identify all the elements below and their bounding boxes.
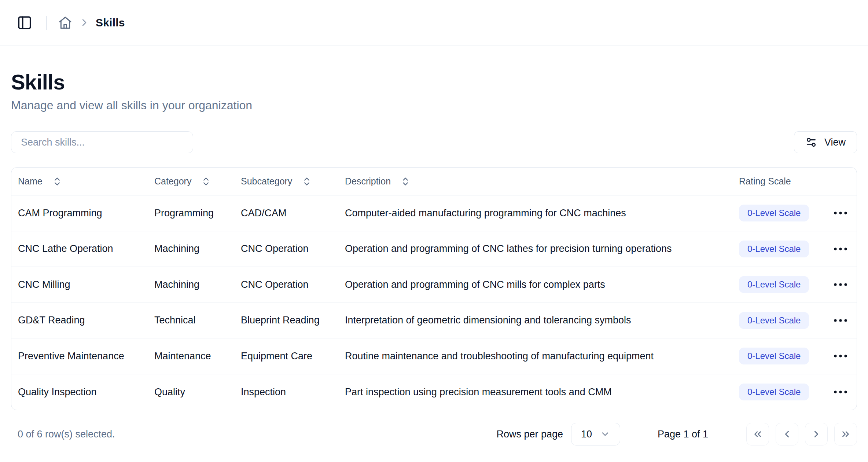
- view-button[interactable]: View: [794, 131, 857, 153]
- toolbar: View: [11, 131, 857, 153]
- cell-rating-scale: 0-Level Scale: [732, 348, 824, 364]
- table-row[interactable]: Quality Inspection Quality Inspection Pa…: [11, 374, 857, 410]
- cell-name: CAM Programming: [11, 208, 148, 219]
- cell-actions: [824, 313, 857, 328]
- page-subtitle: Manage and view all skills in your organ…: [11, 99, 857, 112]
- chevron-right-icon: [811, 429, 822, 440]
- pagination-controls: Rows per page 10 Page 1 of 1: [496, 423, 857, 445]
- column-header-category[interactable]: Category: [148, 176, 234, 187]
- cell-actions: [824, 205, 857, 221]
- search-input[interactable]: [11, 131, 193, 153]
- cell-name: CNC Lathe Operation: [11, 243, 148, 254]
- rating-scale-badge: 0-Level Scale: [739, 348, 809, 364]
- column-header-label: Category: [154, 176, 191, 187]
- page-status: Page 1 of 1: [655, 429, 710, 440]
- cell-subcategory: Inspection: [234, 386, 338, 398]
- page-title: Skills: [11, 70, 857, 94]
- home-icon: [58, 15, 73, 30]
- chevrons-up-down-icon: [52, 176, 62, 187]
- ellipsis-icon: [833, 353, 848, 359]
- next-page-button[interactable]: [805, 423, 828, 445]
- breadcrumb-home-link[interactable]: [58, 15, 73, 30]
- row-actions-button[interactable]: [828, 384, 853, 400]
- cell-rating-scale: 0-Level Scale: [732, 241, 824, 257]
- table-row[interactable]: GD&T Reading Technical Blueprint Reading…: [11, 303, 857, 339]
- cell-subcategory: CAD/CAM: [234, 208, 338, 219]
- rating-scale-badge: 0-Level Scale: [739, 205, 809, 221]
- sidebar-toggle-button[interactable]: [14, 12, 35, 33]
- topbar-divider: [46, 16, 47, 30]
- pager: [746, 423, 857, 445]
- table-row[interactable]: CNC Milling Machining CNC Operation Oper…: [11, 267, 857, 303]
- cell-name: Preventive Maintenance: [11, 351, 148, 362]
- row-actions-button[interactable]: [828, 348, 853, 364]
- cell-category: Technical: [148, 315, 234, 326]
- previous-page-button[interactable]: [776, 423, 798, 445]
- cell-description: Computer-aided manufacturing programming…: [338, 208, 732, 219]
- first-page-button[interactable]: [746, 423, 769, 445]
- row-actions-button[interactable]: [828, 313, 853, 328]
- table-footer: 0 of 6 row(s) selected. Rows per page 10…: [11, 423, 857, 445]
- column-header-rating-scale: Rating Scale: [732, 176, 824, 187]
- chevrons-up-down-icon: [302, 176, 312, 187]
- cell-subcategory: CNC Operation: [234, 243, 338, 254]
- cell-category: Quality: [148, 386, 234, 398]
- breadcrumb-current: Skills: [96, 16, 125, 29]
- table-row[interactable]: CNC Lathe Operation Machining CNC Operat…: [11, 231, 857, 267]
- rows-per-page-label: Rows per page: [496, 429, 563, 440]
- cell-description: Part inspection using precision measurem…: [338, 386, 732, 398]
- row-actions-button[interactable]: [828, 277, 853, 292]
- cell-category: Machining: [148, 243, 234, 254]
- sliders-icon: [805, 136, 817, 148]
- ellipsis-icon: [833, 282, 848, 287]
- cell-rating-scale: 0-Level Scale: [732, 276, 824, 293]
- rating-scale-badge: 0-Level Scale: [739, 312, 809, 329]
- breadcrumb: Skills: [58, 15, 125, 30]
- ellipsis-icon: [833, 389, 848, 395]
- ellipsis-icon: [833, 210, 848, 216]
- cell-category: Maintenance: [148, 351, 234, 362]
- cell-category: Programming: [148, 208, 234, 219]
- cell-description: Operation and programming of CNC lathes …: [338, 243, 732, 254]
- column-header-description[interactable]: Description: [338, 176, 732, 187]
- column-header-label: Name: [18, 176, 43, 187]
- cell-category: Machining: [148, 279, 234, 290]
- cell-rating-scale: 0-Level Scale: [732, 384, 824, 400]
- chevron-left-icon: [781, 429, 792, 440]
- table-header-row: Name Category Subcategory Description Ra…: [11, 168, 857, 195]
- chevrons-right-icon: [840, 429, 851, 440]
- rating-scale-badge: 0-Level Scale: [739, 241, 809, 257]
- cell-subcategory: Equipment Care: [234, 351, 338, 362]
- chevrons-up-down-icon: [400, 176, 411, 187]
- panel-left-icon: [17, 15, 32, 30]
- column-header-label: Rating Scale: [739, 176, 791, 187]
- column-header-name[interactable]: Name: [11, 176, 148, 187]
- rating-scale-badge: 0-Level Scale: [739, 384, 809, 400]
- cell-description: Interpretation of geometric dimensioning…: [338, 315, 732, 326]
- cell-actions: [824, 384, 857, 400]
- cell-rating-scale: 0-Level Scale: [732, 205, 824, 221]
- selection-status: 0 of 6 row(s) selected.: [11, 429, 115, 440]
- cell-subcategory: CNC Operation: [234, 279, 338, 290]
- chevron-down-icon: [600, 429, 610, 439]
- topbar: Skills: [0, 0, 868, 45]
- view-button-label: View: [824, 137, 846, 148]
- skills-table: Name Category Subcategory Description Ra…: [11, 167, 857, 410]
- table-row[interactable]: CAM Programming Programming CAD/CAM Comp…: [11, 195, 857, 231]
- chevron-right-icon: [79, 18, 89, 27]
- column-header-label: Description: [345, 176, 391, 187]
- row-actions-button[interactable]: [828, 205, 853, 221]
- rows-per-page-select[interactable]: 10: [571, 423, 620, 445]
- table-row[interactable]: Preventive Maintenance Maintenance Equip…: [11, 338, 857, 374]
- cell-description: Routine maintenance and troubleshooting …: [338, 351, 732, 362]
- column-header-label: Subcategory: [241, 176, 292, 187]
- chevrons-up-down-icon: [201, 176, 211, 187]
- cell-subcategory: Blueprint Reading: [234, 315, 338, 326]
- column-header-subcategory[interactable]: Subcategory: [234, 176, 338, 187]
- last-page-button[interactable]: [834, 423, 857, 445]
- ellipsis-icon: [833, 246, 848, 252]
- cell-actions: [824, 241, 857, 257]
- rating-scale-badge: 0-Level Scale: [739, 276, 809, 293]
- row-actions-button[interactable]: [828, 241, 853, 257]
- rows-per-page-value: 10: [581, 429, 592, 440]
